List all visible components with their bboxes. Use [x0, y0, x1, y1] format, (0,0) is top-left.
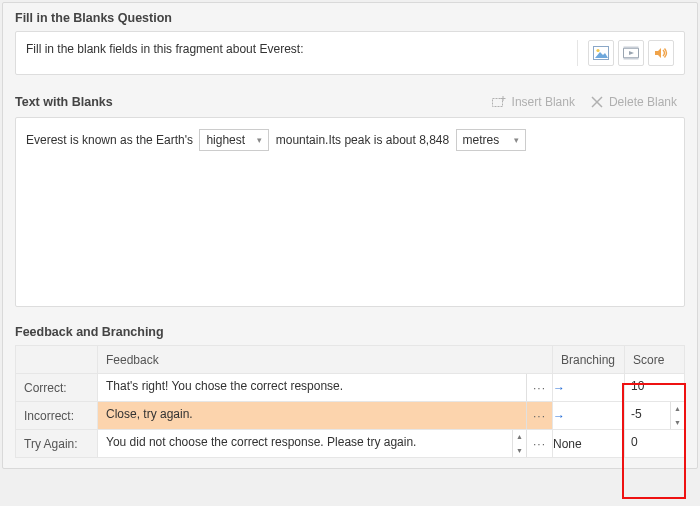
chevron-down-icon: ▾	[514, 128, 519, 152]
attempts-spinner[interactable]: ▲ ▼	[512, 430, 526, 457]
spinner-down-icon[interactable]: ▼	[671, 416, 684, 430]
delete-blank-button[interactable]: Delete Blank	[583, 93, 685, 111]
chevron-down-icon: ▾	[257, 128, 262, 152]
feedback-text-correct[interactable]: That's right! You chose the correct resp…	[98, 374, 526, 401]
insert-video-button[interactable]	[618, 40, 644, 66]
question-prompt[interactable]: Fill in the blank fields in this fragmen…	[26, 40, 567, 56]
insert-blank-button[interactable]: Insert Blank	[484, 93, 583, 111]
insert-image-button[interactable]	[588, 40, 614, 66]
spinner-up-icon[interactable]: ▲	[671, 402, 684, 416]
branching-correct[interactable]: →	[553, 374, 625, 402]
feedback-table: Feedback Branching Score Correct: That's…	[15, 345, 685, 458]
score-tryagain[interactable]: 0	[625, 430, 684, 457]
row-label-tryagain: Try Again:	[16, 430, 98, 458]
insert-audio-button[interactable]	[648, 40, 674, 66]
feedback-options-button[interactable]: ···	[526, 402, 552, 429]
question-box: Fill in the blank fields in this fragmen…	[15, 31, 685, 75]
svg-rect-5	[624, 58, 639, 60]
svg-point-1	[596, 49, 599, 52]
blank-text-segment: mountain.Its peak is about 8,848	[276, 133, 449, 147]
blank-1-select[interactable]: highest ▾	[199, 129, 269, 151]
svg-marker-2	[595, 52, 608, 58]
svg-marker-7	[655, 48, 661, 58]
feedback-text-tryagain[interactable]: You did not choose the correct response.…	[98, 430, 512, 457]
feedback-options-button[interactable]: ···	[526, 374, 552, 401]
arrow-right-icon: →	[553, 409, 565, 423]
svg-rect-4	[624, 47, 639, 49]
row-label-incorrect: Incorrect:	[16, 402, 98, 430]
svg-marker-6	[629, 51, 634, 55]
table-row-correct: Correct: That's right! You chose the cor…	[16, 374, 685, 402]
score-spinner[interactable]: ▲ ▼	[670, 402, 684, 429]
spinner-down-icon[interactable]: ▼	[513, 444, 526, 458]
image-icon	[593, 46, 609, 60]
arrow-right-icon: →	[553, 381, 565, 395]
spinner-up-icon[interactable]: ▲	[513, 430, 526, 444]
row-label-correct: Correct:	[16, 374, 98, 402]
insert-blank-icon	[492, 96, 506, 108]
header-feedback: Feedback	[98, 346, 553, 374]
blank-2-select[interactable]: metres ▾	[456, 129, 526, 151]
branching-tryagain[interactable]: None	[553, 430, 625, 458]
header-score: Score	[625, 346, 685, 374]
table-row-incorrect: Incorrect: Close, try again. ··· → -5 ▲ …	[16, 402, 685, 430]
feedback-options-button[interactable]: ···	[526, 430, 552, 457]
question-section-title: Fill in the Blanks Question	[3, 3, 697, 31]
feedback-text-incorrect[interactable]: Close, try again.	[98, 402, 526, 429]
score-correct[interactable]: 10	[625, 374, 684, 401]
table-row-tryagain: Try Again: You did not choose the correc…	[16, 430, 685, 458]
audio-icon	[653, 46, 669, 60]
media-toolbar	[577, 40, 674, 66]
blanks-editor[interactable]: Everest is known as the Earth's highest …	[15, 117, 685, 307]
feedback-section-title: Feedback and Branching	[3, 317, 697, 345]
video-icon	[623, 46, 639, 60]
delete-blank-icon	[591, 96, 603, 108]
branching-incorrect[interactable]: →	[553, 402, 625, 430]
blanks-section-title: Text with Blanks	[15, 95, 484, 109]
header-branching: Branching	[553, 346, 625, 374]
blank-text-segment: Everest is known as the Earth's	[26, 133, 193, 147]
score-incorrect[interactable]: -5	[625, 402, 670, 429]
svg-rect-8	[492, 99, 502, 107]
table-header-row: Feedback Branching Score	[16, 346, 685, 374]
